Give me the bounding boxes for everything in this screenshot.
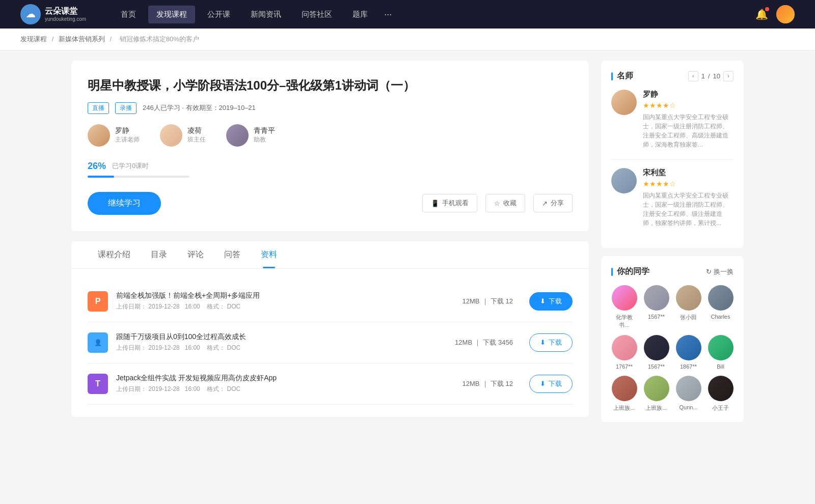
- classmate-5-avatar[interactable]: [644, 335, 669, 360]
- tabs-section: 课程介绍 目录 评论 问答 资料 P 前端全栈加强版！前端全栈+全周期+多端应用…: [71, 241, 589, 417]
- nav-quiz[interactable]: 题库: [344, 6, 376, 23]
- resource-meta-1: 上传日期： 2019-12-28 16:00 格式： DOC: [116, 302, 454, 311]
- classmate-5: 1567**: [643, 335, 669, 370]
- teacher-1: 罗静 主讲老师: [88, 124, 140, 147]
- classmate-0-name: 化学教书...: [611, 314, 637, 329]
- course-card: 明星中教授课，小学阶段语法100分–强化级第1讲动词（一） 直播 录播 246人…: [71, 61, 589, 231]
- tab-material[interactable]: 资料: [251, 241, 287, 268]
- downloads-label-3: 下载: [491, 379, 504, 388]
- next-page-button[interactable]: ›: [723, 71, 734, 81]
- collect-button[interactable]: ☆ 收藏: [485, 194, 525, 212]
- format-2: DOC: [227, 344, 240, 351]
- progress-section: 26% 已学习0课时: [88, 161, 573, 178]
- page-current: 1: [701, 72, 705, 80]
- bell-icon[interactable]: 🔔: [755, 8, 768, 20]
- downloads-label-1: 下载: [491, 297, 504, 306]
- teacher-3-name: 青青平: [254, 126, 275, 135]
- nav-discover[interactable]: 发现课程: [148, 6, 195, 23]
- classmate-8: 上班族...: [611, 376, 637, 412]
- upload-date-label-1: 上传日期：: [116, 303, 147, 310]
- continue-learning-button[interactable]: 继续学习: [88, 192, 161, 215]
- download-button-2[interactable]: ⬇ 下载: [529, 333, 573, 352]
- resource-name-1: 前端全栈加强版！前端全栈+全周期+多端应用: [116, 291, 454, 300]
- tab-review[interactable]: 评论: [177, 241, 214, 268]
- course-meta: 直播 录播 246人已学习 · 有效期至：2019–10–21: [88, 102, 573, 114]
- tab-bar: 课程介绍 目录 评论 问答 资料: [71, 241, 589, 269]
- classmate-2-avatar[interactable]: [676, 285, 701, 311]
- size-3: 12MB: [463, 380, 480, 387]
- main-container: 明星中教授课，小学阶段语法100分–强化级第1讲动词（一） 直播 录播 246人…: [51, 50, 764, 440]
- share-label: 分享: [551, 199, 564, 208]
- nav-news[interactable]: 新闻资讯: [242, 6, 289, 23]
- course-actions: 继续学习 📱 手机观看 ☆ 收藏 ↗ 分享: [88, 192, 573, 215]
- resource-item-2: 👤 跟随千万级项目从0到100全过程高效成长 上传日期： 2019-12-28 …: [88, 322, 573, 363]
- phone-watch-label: 手机观看: [442, 199, 469, 208]
- classmate-11-name: 小王子: [712, 404, 729, 412]
- classmate-0: 化学教书...: [611, 285, 637, 329]
- classmate-9-avatar[interactable]: [644, 376, 669, 401]
- breadcrumb-link-series[interactable]: 新媒体营销系列: [59, 35, 105, 43]
- right-teacher-2-avatar: [611, 168, 637, 193]
- refresh-button[interactable]: ↻ 换一换: [706, 267, 734, 276]
- nav-more[interactable]: ···: [380, 5, 396, 24]
- tab-catalog[interactable]: 目录: [141, 241, 177, 268]
- download-button-1[interactable]: ⬇ 下载: [529, 292, 573, 311]
- right-teacher-1-stars: ★★★★☆: [643, 101, 734, 109]
- user-avatar[interactable]: [776, 5, 795, 23]
- teacher-2-avatar: [160, 124, 182, 147]
- teacher-2-name: 凌荷: [187, 126, 206, 135]
- tag-live: 直播: [88, 102, 109, 114]
- header: ☁ 云朵课堂 yundouketing.com 首页 发现课程 公开课 新闻资讯…: [0, 0, 815, 29]
- classmate-6-avatar[interactable]: [676, 335, 701, 360]
- classmate-8-avatar[interactable]: [612, 376, 637, 401]
- classmate-7-avatar[interactable]: [708, 335, 734, 360]
- logo-icon: ☁: [20, 4, 41, 24]
- phone-icon: 📱: [431, 200, 439, 207]
- nav-qa[interactable]: 问答社区: [293, 6, 340, 23]
- teachers-title: 名师: [611, 71, 633, 81]
- logo[interactable]: ☁ 云朵课堂 yundouketing.com: [20, 4, 86, 24]
- teachers-pagination: ‹ 1 / 10 ›: [688, 71, 734, 81]
- teacher-1-role: 主讲老师: [115, 135, 140, 144]
- nav-public[interactable]: 公开课: [199, 6, 238, 23]
- teachers-list: 罗静 主讲老师 凌荷 班主任 青青平 助教: [88, 124, 573, 147]
- phone-watch-button[interactable]: 📱 手机观看: [422, 194, 477, 212]
- prev-page-button[interactable]: ‹: [688, 71, 698, 81]
- tab-qa[interactable]: 问答: [214, 241, 251, 268]
- right-teacher-2-desc: 国内某重点大学安全工程专业硕士，国家一级注册消防工程师、注册安全工程师、级注册建…: [643, 191, 734, 228]
- classmate-3-name: Charles: [711, 314, 730, 320]
- nav-home[interactable]: 首页: [113, 6, 144, 23]
- upload-date-label-3: 上传日期：: [116, 385, 147, 393]
- star-icon: ☆: [494, 200, 500, 207]
- tab-content: P 前端全栈加强版！前端全栈+全周期+多端应用 上传日期： 2019-12-28…: [71, 269, 589, 417]
- resource-stats-3: 12MB ｜ 下载 12: [463, 379, 513, 388]
- tag-record: 录播: [115, 102, 137, 114]
- refresh-label: 换一换: [714, 267, 734, 276]
- downloads-count-3: 12: [506, 380, 513, 387]
- download-button-3[interactable]: ⬇ 下载: [529, 375, 573, 393]
- classmate-3-avatar[interactable]: [708, 285, 734, 311]
- download-icon-3: ⬇: [540, 380, 546, 387]
- classmate-4: 1767**: [611, 335, 637, 370]
- share-button[interactable]: ↗ 分享: [533, 194, 573, 212]
- teachers-card-header: 名师 ‹ 1 / 10 ›: [611, 71, 734, 81]
- classmates-header: 你的同学 ↻ 换一换: [611, 266, 734, 277]
- classmate-4-avatar[interactable]: [612, 335, 637, 360]
- breadcrumb-link-discover[interactable]: 发现课程: [20, 35, 47, 43]
- teacher-2: 凌荷 班主任: [160, 124, 206, 147]
- refresh-icon: ↻: [706, 268, 712, 275]
- resource-icon-3: T: [88, 374, 108, 394]
- classmate-10-avatar[interactable]: [676, 376, 701, 401]
- classmate-6-name: 1867**: [680, 363, 697, 370]
- resource-icon-2: 👤: [88, 332, 108, 353]
- downloads-count-1: 12: [506, 297, 513, 305]
- sep-3: ｜: [482, 379, 488, 388]
- classmate-1-avatar[interactable]: [644, 285, 669, 311]
- resource-name-2: 跟随千万级项目从0到100全过程高效成长: [116, 332, 447, 342]
- classmate-11-avatar[interactable]: [708, 376, 734, 401]
- classmate-0-avatar[interactable]: [612, 285, 637, 311]
- course-stats: 246人已学习 · 有效期至：2019–10–21: [143, 103, 256, 113]
- format-label-1: 格式：: [207, 303, 225, 310]
- format-1: DOC: [227, 303, 240, 310]
- tab-intro[interactable]: 课程介绍: [88, 241, 141, 268]
